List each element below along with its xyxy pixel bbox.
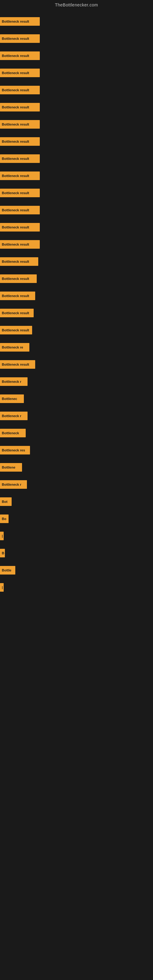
bar-item: Bottleneck res bbox=[0, 446, 30, 455]
bar-item: Bottleneck result bbox=[0, 309, 33, 317]
bar-label: Bottleneck result bbox=[0, 17, 40, 26]
bar-item: Bottleneck result bbox=[0, 120, 40, 129]
bar-label: Bottleneck result bbox=[0, 223, 40, 232]
bar-item: Bottleneck result bbox=[0, 360, 35, 369]
bar-label: Bottleneck result bbox=[0, 257, 38, 266]
bar-label: Bottleneck result bbox=[0, 120, 40, 129]
bar-item: Bottleneck r bbox=[0, 377, 27, 386]
bar-item: Bo bbox=[0, 514, 9, 523]
bar-label: Bottleneck result bbox=[0, 154, 40, 163]
bar-label: Bottleneck result bbox=[0, 326, 32, 334]
bar-label: Bottleneck result bbox=[0, 206, 40, 215]
bar-label: Bottleneck re bbox=[0, 343, 29, 352]
chart-area: Bottleneck resultBottleneck resultBottle… bbox=[0, 9, 153, 976]
bar-label: Bottle bbox=[0, 566, 15, 574]
bar-label: Bottlenec bbox=[0, 395, 24, 403]
bar-label: Bottleneck result bbox=[0, 360, 35, 369]
bar-label: Bottleneck result bbox=[0, 34, 40, 43]
bar-label: Bot bbox=[0, 497, 12, 506]
bar-item: Bottleneck result bbox=[0, 189, 40, 197]
bar-label: Bottleneck res bbox=[0, 446, 30, 455]
bar-label: | bbox=[0, 531, 4, 540]
bar-item: Bottleneck bbox=[0, 429, 26, 438]
bar-item: Bottleneck result bbox=[0, 154, 40, 163]
bar-label: Bottleneck result bbox=[0, 68, 40, 77]
bar-item: Bottleneck result bbox=[0, 137, 40, 146]
site-title: TheBottlenecker.com bbox=[0, 0, 153, 9]
bar-label: B bbox=[0, 549, 5, 557]
bar-item: Bottle bbox=[0, 566, 15, 574]
bar-item: B bbox=[0, 549, 5, 557]
bar-item: Bottleneck result bbox=[0, 172, 40, 180]
bar-item: Bottleneck r bbox=[0, 412, 27, 420]
bar-label: Bottleneck result bbox=[0, 51, 40, 60]
bar-label: Bottleneck result bbox=[0, 189, 40, 197]
bar-item: | bbox=[0, 531, 4, 540]
bar-item: Bottleneck result bbox=[0, 68, 40, 77]
bar-item: Bottleneck re bbox=[0, 343, 29, 352]
bar-label: Bottlene bbox=[0, 463, 22, 472]
bar-label: Bottleneck result bbox=[0, 309, 33, 317]
bar-label: Bottleneck r bbox=[0, 377, 27, 386]
bar-item: Bottleneck result bbox=[0, 257, 38, 266]
bar-label: | bbox=[0, 583, 4, 592]
bar-item: Bottleneck result bbox=[0, 326, 32, 334]
bar-item: Bottleneck result bbox=[0, 291, 35, 300]
bar-label: Bottleneck result bbox=[0, 103, 40, 111]
bar-label: Bottleneck bbox=[0, 429, 26, 438]
bar-label: Bottleneck result bbox=[0, 172, 40, 180]
bar-label: Bo bbox=[0, 514, 9, 523]
bar-item: | bbox=[0, 583, 4, 592]
bar-label: Bottleneck result bbox=[0, 86, 40, 94]
bar-item: Bottleneck result bbox=[0, 206, 40, 215]
bar-item: Bottleneck result bbox=[0, 103, 40, 111]
bar-item: Bottleneck result bbox=[0, 86, 40, 94]
bar-item: Bottleneck result bbox=[0, 240, 40, 249]
bar-item: Bottleneck result bbox=[0, 274, 37, 283]
bar-item: Bottleneck result bbox=[0, 17, 40, 26]
bar-label: Bottleneck result bbox=[0, 274, 37, 283]
bar-item: Bottlene bbox=[0, 463, 22, 472]
bar-label: Bottleneck result bbox=[0, 240, 40, 249]
bar-item: Bottleneck result bbox=[0, 51, 40, 60]
bar-label: Bottleneck r bbox=[0, 412, 27, 420]
bar-item: Bot bbox=[0, 497, 12, 506]
bar-label: Bottleneck result bbox=[0, 291, 35, 300]
bar-item: Bottleneck result bbox=[0, 223, 40, 232]
bar-item: Bottleneck result bbox=[0, 34, 40, 43]
bar-label: Bottleneck result bbox=[0, 137, 40, 146]
bar-item: Bottleneck r bbox=[0, 480, 27, 489]
bar-item: Bottlenec bbox=[0, 395, 24, 403]
bar-label: Bottleneck r bbox=[0, 480, 27, 489]
